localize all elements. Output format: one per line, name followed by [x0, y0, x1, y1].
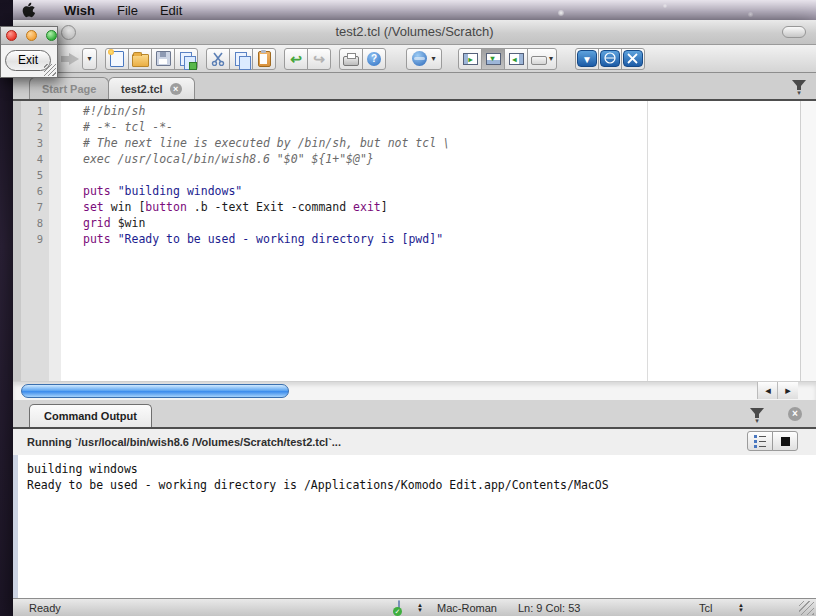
new-file-icon	[110, 51, 124, 67]
forward-arrow-icon	[61, 56, 69, 62]
save-icon	[156, 51, 171, 66]
command-status-row: Running `/usr/local/bin/wish8.6 /Volumes…	[13, 429, 816, 456]
code-line: 5	[13, 167, 816, 183]
list-view-icon	[754, 435, 766, 447]
tab-label: Start Page	[42, 83, 96, 95]
copy-button[interactable]	[229, 48, 253, 70]
command-output-area[interactable]: building windows Ready to be used - work…	[13, 455, 816, 598]
wish-resize-grip[interactable]	[44, 64, 56, 76]
paste-icon	[258, 51, 271, 67]
menu-bar: Wish File Edit	[13, 0, 816, 21]
chevron-down-icon: ▾	[87, 55, 91, 63]
wish-title-bar[interactable]	[1, 27, 57, 45]
stop-button[interactable]	[772, 431, 798, 451]
status-language[interactable]: Tcl	[699, 602, 712, 614]
chevron-down-icon: ▾	[797, 90, 801, 95]
bottom-pane-icon: ▾	[486, 53, 501, 65]
wallpaper-sparkle	[663, 4, 667, 8]
tab-options-button[interactable]: ▾	[792, 80, 806, 95]
scroll-left-button[interactable]: ◂	[757, 382, 778, 399]
start-page-button[interactable]: ▼	[575, 48, 599, 70]
open-button[interactable]	[128, 48, 152, 70]
tab-start-page[interactable]: Start Page	[29, 77, 109, 99]
scroll-right-button[interactable]: ▸	[777, 382, 798, 399]
status-cursor-position: Ln: 9 Col: 53	[518, 602, 580, 614]
zoom-traffic-light[interactable]	[46, 30, 57, 41]
show-right-pane-button[interactable]: ◂	[504, 48, 528, 70]
pane-options-button[interactable]: ▾	[527, 48, 557, 70]
toolbar-toggle-pill[interactable]	[782, 26, 806, 38]
browser-icon	[600, 50, 620, 67]
preview-in-browser-button[interactable]: ▾	[406, 48, 442, 70]
syntax-check-icon[interactable]	[398, 601, 400, 613]
help-icon: ?	[367, 52, 381, 66]
print-button[interactable]	[339, 48, 363, 70]
copy-icon	[235, 52, 247, 66]
status-bar: Ready ▲▼ Mac-Roman Ln: 9 Col: 53 Tcl ▲▼	[13, 598, 816, 616]
close-pane-icon[interactable]: ×	[788, 407, 802, 421]
tab-label: test2.tcl	[121, 83, 163, 95]
minimize-traffic-light[interactable]	[26, 30, 37, 41]
paste-button[interactable]	[252, 48, 276, 70]
close-traffic-light[interactable]	[6, 30, 17, 41]
wish-window[interactable]: Exit	[0, 26, 58, 78]
show-bottom-pane-button[interactable]: ▾	[481, 48, 505, 70]
scrollbar-thumb[interactable]	[21, 384, 289, 398]
close-tab-icon[interactable]: ×	[170, 83, 182, 95]
menu-file[interactable]: File	[106, 3, 149, 18]
title-bar[interactable]: test2.tcl (/Volumes/Scratch)	[13, 20, 816, 45]
chevron-down-icon: ▾	[755, 418, 759, 423]
new-file-button[interactable]	[105, 48, 129, 70]
editor-tab-strip: Start Page test2.tcl × ▾	[13, 73, 816, 101]
browser-button[interactable]	[598, 48, 622, 70]
forward-button[interactable]	[61, 53, 79, 65]
window-title: test2.tcl (/Volumes/Scratch)	[13, 24, 816, 39]
toggle-view-button[interactable]	[747, 431, 773, 451]
code-line: 2# -*- tcl -*-	[13, 119, 816, 135]
code-line: 8grid $win	[13, 215, 816, 231]
code-editor[interactable]: 1#!/bin/sh 2# -*- tcl -*- 3# The next li…	[13, 101, 816, 381]
apple-menu-icon[interactable]	[21, 2, 35, 18]
pane-options-icon	[750, 408, 764, 414]
tab-command-output[interactable]: Command Output	[29, 404, 152, 427]
code-line: 7set win [button .b -text Exit -command …	[13, 199, 816, 215]
stepper-icon[interactable]: ▲▼	[738, 603, 744, 613]
code-line: 4exec /usr/local/bin/wish8.6 "$0" ${1+"$…	[13, 151, 816, 167]
menu-edit[interactable]: Edit	[149, 3, 193, 18]
save-all-icon	[180, 52, 192, 66]
scissors-icon	[211, 52, 225, 66]
globe-icon	[412, 51, 427, 66]
help-button[interactable]: ?	[362, 48, 386, 70]
stepper-icon[interactable]: ▲▼	[417, 603, 423, 613]
start-page-icon: ▼	[577, 50, 597, 67]
show-left-pane-button[interactable]: ▸	[458, 48, 482, 70]
redo-button[interactable]: ↪	[307, 48, 331, 70]
stop-icon	[781, 437, 790, 446]
forward-dropdown-button[interactable]: ▾	[82, 48, 97, 70]
toolbox-button[interactable]	[621, 48, 645, 70]
screen: Wish File Edit test2.tcl (/Volumes/Scrat…	[0, 0, 816, 616]
resize-grip[interactable]	[799, 601, 814, 615]
open-folder-icon	[132, 54, 149, 67]
save-all-button[interactable]	[174, 48, 198, 70]
forward-arrow-icon	[69, 53, 79, 65]
cut-button[interactable]	[206, 48, 230, 70]
toolbox-icon	[623, 50, 643, 67]
undo-button[interactable]: ↩	[284, 48, 308, 70]
save-button[interactable]	[151, 48, 175, 70]
tab-test2-tcl[interactable]: test2.tcl ×	[108, 77, 195, 99]
chevron-down-icon: ▾	[431, 55, 435, 63]
wallpaper-sparkle	[748, 12, 753, 17]
bottom-pane-tab-bar: Command Output ▾ ×	[13, 400, 816, 429]
status-encoding[interactable]: Mac-Roman	[437, 602, 497, 614]
menu-wish[interactable]: Wish	[53, 3, 106, 18]
output-line: Ready to be used - working directory is …	[27, 477, 609, 493]
pane-options-button[interactable]: ▾	[750, 408, 764, 423]
toolbar: ▾ ↩ ↪ ?	[13, 45, 816, 73]
code-line: 3# The next line is executed by /bin/sh,…	[13, 135, 816, 151]
output-margin	[13, 455, 18, 598]
running-command-text: Running `/usr/local/bin/wish8.6 /Volumes…	[27, 436, 341, 448]
komodo-window: test2.tcl (/Volumes/Scratch) ▾	[13, 20, 816, 616]
code-line: 6puts "building windows"	[13, 183, 816, 199]
tab-options-icon	[792, 80, 806, 86]
